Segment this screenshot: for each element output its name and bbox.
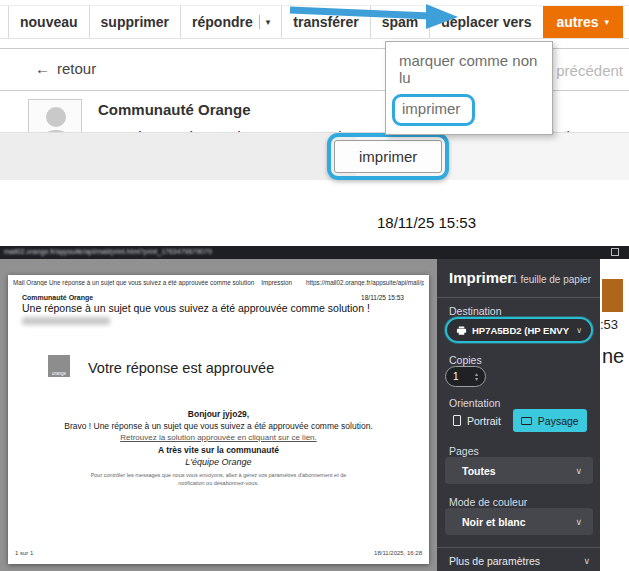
toolbar-button-transferer[interactable]: transférer <box>281 6 369 38</box>
menu-item-print-wrap: imprimer <box>386 91 552 134</box>
orange-logo: orange <box>48 355 70 377</box>
more-settings-expander[interactable]: Plus de paramètres ∨ <box>449 555 590 567</box>
paysage-button[interactable]: Paysage <box>513 409 587 432</box>
pages-label: Pages <box>449 445 479 457</box>
time-fragment: :53 <box>600 317 618 332</box>
reply-split-divider <box>259 15 260 29</box>
pages-chevron-down-icon: ∨ <box>575 466 582 476</box>
preview-page-count: 1 sur 1 <box>15 550 33 556</box>
menu-item-mark-unread[interactable]: marquer comme non lu <box>386 42 552 91</box>
toolbar-button-nouveau[interactable]: nouveau <box>8 6 89 38</box>
preview-body-line2: A très vite sur la communauté <box>8 444 429 456</box>
toolbar-button-autres[interactable]: autres ▾ <box>543 6 624 38</box>
sender-avatar <box>28 99 82 132</box>
orientation-toggle: Portrait Paysage <box>445 409 587 432</box>
preview-solution-link: Retrouvez la solution approuvée en cliqu… <box>8 432 429 444</box>
preview-body-line1: Bravo ! Une réponse à un sujet que vous … <box>8 420 429 432</box>
message-timestamp: 18/11/25 15:53 <box>377 214 476 231</box>
step-down-icon[interactable]: ▾ <box>475 377 478 382</box>
panel-divider <box>437 297 600 298</box>
print-preview-area: Mail Orange Une réponse à un sujet que v… <box>0 259 437 571</box>
previous-link[interactable]: précédent <box>556 62 623 79</box>
preview-sender: Communauté Orange <box>22 294 93 301</box>
preview-signature: L'équipe Orange <box>8 456 429 468</box>
print-settings-panel: Imprimer 1 feuille de papier Destination… <box>437 259 600 571</box>
pages-value: Toutes <box>462 465 575 477</box>
mail-toolbar: nouveau supprimer répondre ▾ transférer … <box>0 5 629 39</box>
color-mode-label: Mode de couleur <box>449 496 527 508</box>
back-label: retour <box>57 60 96 77</box>
preview-greeting: Bonjour jyjo29, <box>8 408 429 420</box>
print-menu-highlight-box: imprimer <box>392 94 475 126</box>
pages-select[interactable]: Toutes ∨ <box>445 457 593 484</box>
browser-url-blurred: mail02.orange.fr/appsuite/api/mail/print… <box>4 248 404 258</box>
preview-doc-title: Mail Orange Une réponse à un sujet que v… <box>13 279 308 286</box>
preview-fineprint: Pour contrôler les messages que nous vou… <box>8 471 429 487</box>
preview-body: Bonjour jyjo29, Bravo ! Une réponse à un… <box>8 408 429 487</box>
copies-input[interactable]: 1 ▴ ▾ <box>445 366 486 387</box>
copies-stepper[interactable]: ▴ ▾ <box>475 372 478 382</box>
preview-doc-url: https://mail02.orange.fr/appsuite/api/ma… <box>306 279 424 286</box>
menu-item-print[interactable]: imprimer <box>402 100 460 117</box>
preview-date: 18/11/25 15:53 <box>361 294 404 301</box>
browser-url-bar: mail02.orange.fr/appsuite/api/mail/print… <box>0 246 629 259</box>
print-preview-page: Mail Orange Une réponse à un sujet que v… <box>8 275 429 564</box>
redacted-recipient-blur <box>22 317 110 325</box>
panel-divider-bottom <box>437 547 600 548</box>
color-mode-value: Noir et blanc <box>462 516 575 528</box>
avatar-person-icon <box>46 107 66 127</box>
destination-value: HP7A5BD2 (HP ENVY 6000 ... <box>472 325 571 336</box>
preview-subject: Une réponse à un sujet que vous suivez a… <box>22 302 370 314</box>
color-chevron-down-icon: ∨ <box>575 517 582 527</box>
portrait-page-icon <box>453 415 461 426</box>
sheet-count: 1 feuille de papier <box>512 274 591 285</box>
portrait-button[interactable]: Portrait <box>445 409 509 432</box>
window-restore-icon[interactable] <box>611 248 619 256</box>
preview-print-date: 18/11/2025, 16:28 <box>374 550 422 556</box>
back-arrow-icon: ← <box>35 60 50 77</box>
print-button-highlight-box: imprimer <box>327 133 449 180</box>
tutorial-collage: nouveau supprimer répondre ▾ transférer … <box>0 0 629 571</box>
destination-select[interactable]: HP7A5BD2 (HP ENVY 6000 ... ∨ <box>445 317 593 343</box>
printer-icon <box>456 325 467 336</box>
orientation-label: Orientation <box>449 397 500 409</box>
color-mode-select[interactable]: Noir et blanc ∨ <box>445 508 593 535</box>
back-button[interactable]: ← retour <box>35 60 96 77</box>
background-page-fragments: :53 ne <box>600 259 629 571</box>
destination-label: Destination <box>449 305 502 317</box>
destination-chevron-down-icon: ∨ <box>576 326 582 335</box>
print-button[interactable]: imprimer <box>334 140 442 173</box>
toolbar-button-supprimer[interactable]: supprimer <box>89 6 180 38</box>
print-dialog-title: Imprimer <box>449 269 513 286</box>
print-dialog-screenshot: mail02.orange.fr/appsuite/api/mail/print… <box>0 246 629 571</box>
autres-caret-down-icon: ▾ <box>605 17 610 27</box>
preview-heading: Votre réponse est approuvée <box>88 360 274 376</box>
orange-block-fragment <box>602 279 623 312</box>
toolbar-button-deplacer-vers[interactable]: déplacer vers <box>429 6 542 38</box>
sender-name: Communauté Orange <box>98 101 251 118</box>
autres-dropdown-menu: marquer comme non lu imprimer <box>385 41 553 135</box>
print-bar-backdrop <box>0 132 629 180</box>
more-settings-chevron-down-icon: ∨ <box>583 556 590 566</box>
toolbar-button-spam[interactable]: spam <box>370 6 430 38</box>
reply-caret-down-icon[interactable]: ▾ <box>266 17 271 27</box>
toolbar-button-repondre[interactable]: répondre ▾ <box>180 6 281 38</box>
copies-value: 1 <box>453 371 459 382</box>
paysage-page-icon <box>521 417 532 425</box>
text-fragment: ne <box>602 345 624 368</box>
copies-label: Copies <box>449 354 482 366</box>
